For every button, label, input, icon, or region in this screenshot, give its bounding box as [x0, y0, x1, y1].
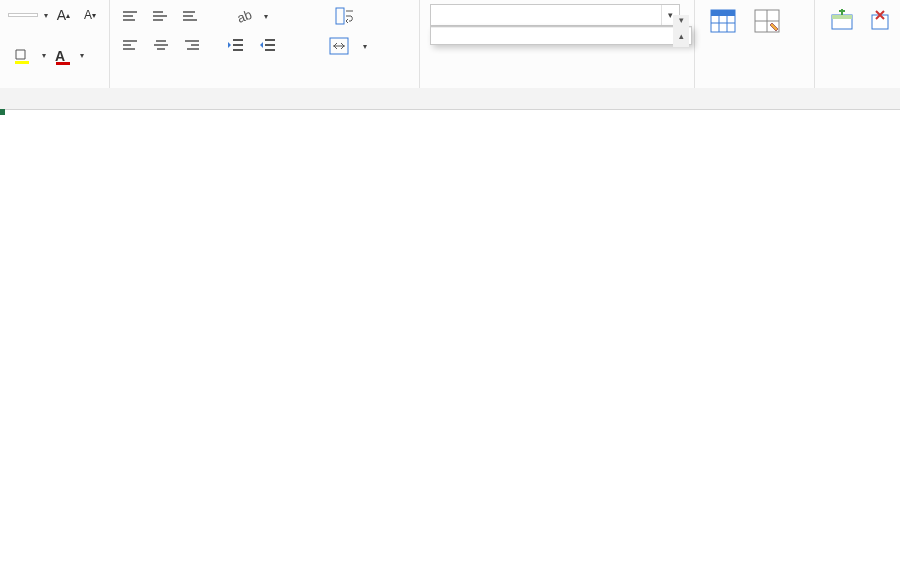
chevron-down-icon[interactable]: ▾: [42, 51, 46, 60]
font-group: ▾ A▴ A▾ ▾ A ▾: [0, 0, 110, 89]
selection-rectangle: [0, 110, 4, 114]
svg-rect-10: [872, 15, 888, 29]
alignment-group: ab ▾: [110, 0, 420, 89]
number-format-menu: ▴ ▾: [430, 26, 692, 45]
increase-font-icon[interactable]: A▴: [52, 4, 75, 26]
decrease-indent-icon[interactable]: [222, 34, 250, 56]
delete-icon: [870, 9, 890, 31]
svg-rect-6: [711, 10, 735, 16]
insert-button[interactable]: [823, 4, 861, 38]
column-header-row: [0, 88, 900, 110]
cell-styles-icon: [754, 9, 780, 33]
styles-group-label: [703, 85, 806, 87]
wrap-text-button[interactable]: [322, 4, 374, 28]
merge-center-button[interactable]: ▾: [322, 34, 374, 58]
font-group-label: [8, 85, 101, 87]
chevron-down-icon[interactable]: ▾: [44, 11, 48, 20]
fill-color-icon[interactable]: [8, 44, 36, 68]
align-bottom-icon[interactable]: [178, 5, 204, 27]
chevron-down-icon[interactable]: ▾: [264, 12, 268, 21]
svg-rect-9: [832, 15, 852, 19]
cells-group-label: [823, 85, 887, 87]
format-table-icon: [710, 9, 736, 33]
more-number-formats[interactable]: [431, 27, 691, 44]
number-format-combo[interactable]: ▾: [430, 4, 680, 26]
align-right-icon[interactable]: [178, 34, 204, 56]
styles-group: [695, 0, 815, 89]
format-as-table-button[interactable]: [703, 4, 743, 40]
alignment-group-label: [118, 85, 411, 87]
number-format-input[interactable]: [431, 8, 661, 22]
svg-rect-0: [15, 61, 29, 64]
scroll-up-icon[interactable]: ▴: [673, 31, 689, 47]
svg-rect-1: [56, 62, 70, 65]
svg-rect-3: [336, 8, 344, 24]
spreadsheet-grid[interactable]: [0, 110, 900, 563]
align-top-icon[interactable]: [118, 5, 144, 27]
orientation-icon[interactable]: ab: [230, 4, 258, 28]
align-left-icon[interactable]: [118, 34, 144, 56]
align-center-icon[interactable]: [148, 34, 174, 56]
scroll-down-icon[interactable]: ▾: [673, 15, 689, 31]
delete-button[interactable]: [863, 4, 897, 38]
align-middle-icon[interactable]: [148, 5, 174, 27]
chevron-down-icon[interactable]: ▾: [80, 51, 84, 60]
chevron-down-icon[interactable]: ▾: [363, 42, 367, 51]
svg-text:ab: ab: [235, 7, 253, 25]
insert-icon: [830, 9, 854, 31]
font-size-input[interactable]: [8, 13, 38, 17]
decrease-font-icon[interactable]: A▾: [79, 5, 101, 25]
cell-styles-button[interactable]: [747, 4, 787, 40]
cells-group: [815, 0, 895, 89]
increase-indent-icon[interactable]: [254, 34, 282, 56]
